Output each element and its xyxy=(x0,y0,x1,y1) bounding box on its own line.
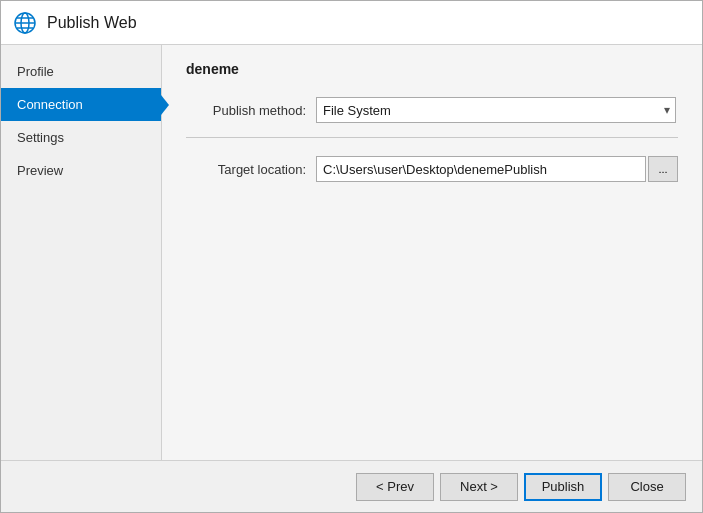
browse-button[interactable]: ... xyxy=(648,156,678,182)
sidebar: Profile Connection Settings Preview xyxy=(1,45,161,460)
sidebar-item-profile[interactable]: Profile xyxy=(1,55,161,88)
dialog-title: Publish Web xyxy=(47,14,137,32)
dialog-footer: < Prev Next > Publish Close xyxy=(1,460,702,512)
target-location-label: Target location: xyxy=(186,162,316,177)
publish-method-select-wrapper: File System Web Deploy FTP xyxy=(316,97,676,123)
sidebar-item-connection[interactable]: Connection xyxy=(1,88,161,121)
publish-method-label: Publish method: xyxy=(186,103,316,118)
main-content: deneme Publish method: File System Web D… xyxy=(161,45,702,460)
sidebar-item-preview[interactable]: Preview xyxy=(1,154,161,187)
prev-button[interactable]: < Prev xyxy=(356,473,434,501)
close-button[interactable]: Close xyxy=(608,473,686,501)
publish-method-select[interactable]: File System Web Deploy FTP xyxy=(316,97,676,123)
section-title: deneme xyxy=(186,61,678,77)
dialog-body: Profile Connection Settings Preview dene… xyxy=(1,45,702,460)
next-button[interactable]: Next > xyxy=(440,473,518,501)
publish-button[interactable]: Publish xyxy=(524,473,602,501)
target-location-group: ... xyxy=(316,156,678,182)
sidebar-item-settings[interactable]: Settings xyxy=(1,121,161,154)
title-bar: Publish Web xyxy=(1,1,702,45)
form-divider xyxy=(186,137,678,138)
publish-web-dialog: Publish Web Profile Connection Settings … xyxy=(0,0,703,513)
globe-icon xyxy=(13,11,37,35)
target-location-input[interactable] xyxy=(316,156,646,182)
target-location-row: Target location: ... xyxy=(186,156,678,182)
publish-method-row: Publish method: File System Web Deploy F… xyxy=(186,97,678,123)
